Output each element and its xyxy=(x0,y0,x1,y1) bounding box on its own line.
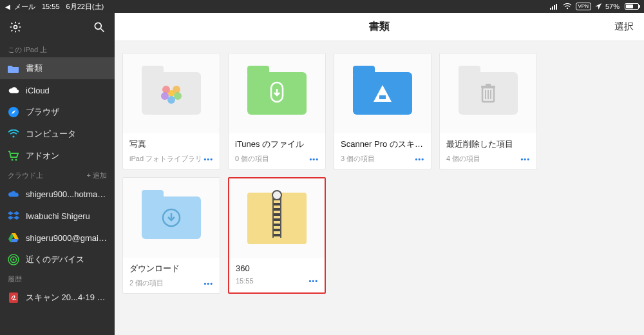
file-card[interactable]: 写真 iPad フォトライブラリ ••• xyxy=(122,53,220,169)
svg-rect-1 xyxy=(552,6,553,10)
main-pane: 書類 選択 写真 iPad フォトライブラリ ••• iTunes のファイル … xyxy=(115,13,644,335)
status-date: 6月22日(土) xyxy=(66,2,104,12)
card-meta: 2 個の項目 xyxy=(129,278,164,288)
card-meta: 3 個の項目 xyxy=(341,154,375,164)
svg-point-19 xyxy=(174,92,182,100)
file-card[interactable]: ダウンロード 2 個の項目 ••• xyxy=(122,177,220,294)
status-bar: ◀ メール 15:55 6月22日(土) VPN 57% xyxy=(0,0,644,13)
sidebar-item-label: Iwabuchi Shigeru xyxy=(26,211,90,221)
sidebar-item-dropbox[interactable]: Iwabuchi Shigeru xyxy=(0,205,115,227)
page-title: 書類 xyxy=(369,20,390,34)
card-thumbnail xyxy=(229,53,325,133)
cloud-icon xyxy=(8,84,19,96)
sidebar-item-label: iCloud xyxy=(26,86,50,95)
card-meta: 15:55 xyxy=(236,277,254,285)
svg-rect-2 xyxy=(554,5,555,10)
svg-rect-28 xyxy=(481,86,495,88)
svg-rect-23 xyxy=(379,95,386,99)
more-actions-icon[interactable]: ••• xyxy=(415,155,424,163)
folder-icon xyxy=(142,196,201,239)
sidebar-item-label: コンピュータ xyxy=(26,128,76,140)
sidebar-item-pdf[interactable]: スキャン 20...4-19 17.35 xyxy=(0,287,115,309)
sidebar-item-label: ブラウザ xyxy=(26,106,59,118)
sidebar-item-folder[interactable]: 書類 xyxy=(0,57,115,79)
card-name: 360 xyxy=(229,258,325,274)
sidebar-item-label: 近くのデバイス xyxy=(26,254,84,265)
card-meta: iPad フォトライブラリ xyxy=(129,154,202,164)
sidebar-item-onedrive[interactable]: shigeru900...hotmail.co.jp xyxy=(0,183,115,205)
sidebar-section-local: この iPad 上 xyxy=(0,41,115,57)
vpn-badge: VPN xyxy=(576,3,591,10)
card-name: iTunes のファイル xyxy=(229,133,325,151)
back-to-app-chevron-icon[interactable]: ◀ xyxy=(5,3,10,10)
radar-icon xyxy=(8,254,19,265)
wifi-icon xyxy=(8,128,19,140)
card-thumbnail xyxy=(334,53,431,133)
search-icon[interactable] xyxy=(93,21,106,34)
cart-icon xyxy=(8,150,19,162)
wifi-icon xyxy=(563,3,572,10)
onedrive-icon xyxy=(8,188,19,200)
svg-point-18 xyxy=(173,86,180,93)
file-grid: 写真 iPad フォトライブラリ ••• iTunes のファイル 0 個の項目… xyxy=(115,41,644,335)
back-to-app-label[interactable]: メール xyxy=(14,2,35,12)
folder-icon xyxy=(459,72,518,115)
sidebar-section-cloud: クラウド上 + 追加 xyxy=(0,167,115,183)
add-cloud-button[interactable]: + 追加 xyxy=(87,171,107,180)
svg-point-9 xyxy=(12,135,14,137)
sidebar-item-label: shigeru900...hotmail.co.jp xyxy=(26,189,107,199)
more-actions-icon[interactable]: ••• xyxy=(309,155,319,163)
sidebar: この iPad 上 書類iCloudブラウザコンピュータアドオン クラウド上 +… xyxy=(0,13,115,335)
file-card[interactable]: iTunes のファイル 0 個の項目 ••• xyxy=(228,53,326,169)
svg-point-21 xyxy=(161,92,169,100)
card-thumbnail xyxy=(123,53,220,133)
card-meta: 4 個の項目 xyxy=(446,154,480,164)
select-button[interactable]: 選択 xyxy=(614,21,634,33)
sidebar-item-cart[interactable]: アドオン xyxy=(0,145,115,167)
more-actions-icon[interactable]: ••• xyxy=(204,155,213,163)
svg-point-5 xyxy=(14,26,17,29)
sidebar-item-gdrive[interactable]: shigeru9000@gmail.com xyxy=(0,227,115,249)
file-card[interactable]: 360 15:55 ••• xyxy=(228,177,326,294)
svg-line-7 xyxy=(101,29,104,32)
file-card[interactable]: 最近削除した項目 4 個の項目 ••• xyxy=(439,53,537,169)
svg-rect-3 xyxy=(556,4,557,10)
sidebar-item-radar[interactable]: 近くのデバイス xyxy=(0,249,115,271)
location-icon xyxy=(595,3,601,10)
folder-icon xyxy=(247,72,307,115)
settings-gear-icon[interactable] xyxy=(9,21,22,34)
more-actions-icon[interactable]: ••• xyxy=(204,280,213,287)
compass-icon xyxy=(8,106,19,118)
card-thumbnail xyxy=(123,178,220,258)
svg-point-6 xyxy=(95,23,101,29)
pdf-icon xyxy=(8,292,19,303)
gdrive-icon xyxy=(8,232,19,244)
card-name: Scanner Pro のスキャン xyxy=(334,133,431,151)
svg-point-14 xyxy=(13,259,15,261)
card-thumbnail xyxy=(229,178,325,258)
sidebar-item-cloud[interactable]: iCloud xyxy=(0,79,115,101)
svg-point-4 xyxy=(566,8,567,9)
sidebar-item-label: 書類 xyxy=(26,62,43,74)
sidebar-item-wifi[interactable]: コンピュータ xyxy=(0,123,115,145)
dropbox-icon xyxy=(8,210,19,222)
svg-point-17 xyxy=(162,86,170,93)
sidebar-section-history: 履歴 xyxy=(0,271,115,287)
battery-percent: 57% xyxy=(605,3,620,10)
svg-rect-29 xyxy=(486,84,491,86)
main-header: 書類 選択 xyxy=(115,13,644,41)
file-card[interactable]: Scanner Pro のスキャン 3 個の項目 ••• xyxy=(334,53,431,169)
folder-icon xyxy=(353,72,412,115)
sidebar-item-label: shigeru9000@gmail.com xyxy=(26,233,107,243)
sidebar-item-label: スキャン 20...4-19 17.35 xyxy=(26,292,107,303)
signal-icon xyxy=(550,3,559,10)
card-meta: 0 個の項目 xyxy=(235,154,269,164)
sidebar-item-compass[interactable]: ブラウザ xyxy=(0,101,115,123)
more-actions-icon[interactable]: ••• xyxy=(308,277,318,285)
folder-icon xyxy=(8,62,19,74)
card-name: 最近削除した項目 xyxy=(440,133,536,151)
svg-point-11 xyxy=(15,159,17,161)
more-actions-icon[interactable]: ••• xyxy=(520,155,530,163)
svg-rect-0 xyxy=(550,8,551,10)
card-name: ダウンロード xyxy=(123,258,220,276)
